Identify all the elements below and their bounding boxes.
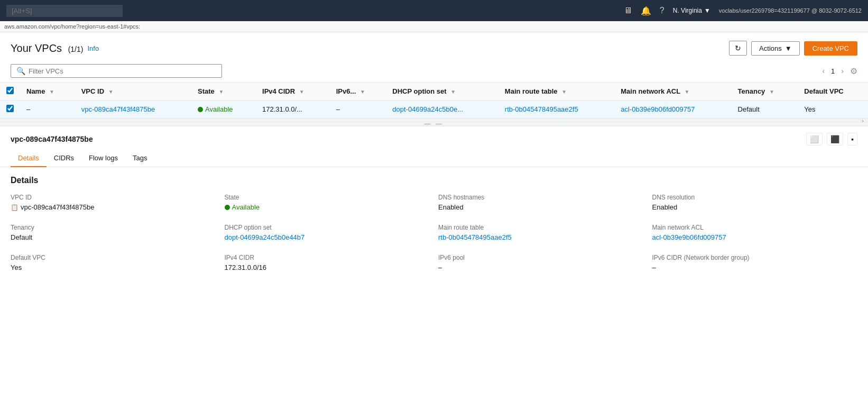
detail-field-main-acl: Main network ACL acl-0b39e9b06fd009757 xyxy=(652,224,858,241)
dns-hostnames-label: DNS hostnames xyxy=(438,194,644,201)
col-dhcp[interactable]: DHCP option set ▼ xyxy=(386,83,498,101)
row-ipv4-cidr: 172.31.0.0/... xyxy=(256,101,330,119)
dhcp-link[interactable]: dopt-04699a24c5b0e... xyxy=(392,105,463,113)
top-nav: 🖥 🔔 ? N. Virginia ▼ voclabs/user2269798=… xyxy=(0,0,868,21)
ipv6-cidr-field-value: – xyxy=(652,263,858,271)
copy-vpc-id-icon[interactable]: 📋 xyxy=(11,204,19,211)
col-main-acl-sort-icon: ▼ xyxy=(685,89,690,95)
col-default-vpc-label: Default VPC xyxy=(804,87,843,95)
main-acl-link[interactable]: acl-0b39e9b06fd009757 xyxy=(621,105,695,113)
state-field-label: State xyxy=(225,194,430,201)
details-section-title: Details xyxy=(11,176,857,185)
bell-icon[interactable]: 🔔 xyxy=(641,6,651,16)
detail-field-dhcp: DHCP option set dopt-04699a24c5b0e44b7 xyxy=(225,224,430,241)
vpc-table: Name ▼ VPC ID ▼ State ▼ IPv4 CIDR ▼ xyxy=(0,82,868,119)
main-rt-field-value[interactable]: rtb-0b045478495aae2f5 xyxy=(438,233,644,241)
refresh-button[interactable]: ↻ xyxy=(729,41,747,56)
col-main-rt[interactable]: Main route table ▼ xyxy=(498,83,614,101)
pagination-row: ‹ 1 › ⚙ xyxy=(820,66,857,76)
col-state[interactable]: State ▼ xyxy=(191,83,256,101)
row-main-acl: acl-0b39e9b06fd009757 xyxy=(614,101,731,119)
filter-vpcs-input[interactable] xyxy=(29,67,216,75)
dhcp-field-value[interactable]: dopt-04699a24c5b0e44b7 xyxy=(225,233,430,241)
main-rt-field-label: Main route table xyxy=(438,224,644,231)
state-available: Available xyxy=(198,105,250,113)
col-main-rt-sort-icon: ▼ xyxy=(561,89,567,95)
col-ipv4-cidr[interactable]: IPv4 CIDR ▼ xyxy=(256,83,330,101)
search-icon: 🔍 xyxy=(16,67,25,75)
col-state-label: State xyxy=(198,87,215,95)
monitor-icon[interactable]: 🖥 xyxy=(624,6,632,15)
detail-field-tenancy: Tenancy Default xyxy=(11,224,216,241)
detail-field-ipv6-cidr: IPv6 CIDR (Network border group) – xyxy=(652,254,858,271)
state-status-dot xyxy=(225,205,230,210)
row-checkbox[interactable] xyxy=(6,105,14,112)
detail-split-btn[interactable]: ⬛ xyxy=(827,133,843,146)
page-actions: ↻ Actions ▼ Create VPC xyxy=(729,41,857,56)
ipv4-cidr-field-value: 172.31.0.0/16 xyxy=(225,263,430,271)
default-vpc-field-value: Yes xyxy=(11,263,216,271)
ipv6-pool-field-label: IPv6 pool xyxy=(438,254,644,261)
next-page-button[interactable]: › xyxy=(839,66,846,76)
col-main-acl-label: Main network ACL xyxy=(621,87,680,95)
table-row[interactable]: – vpc-089ca47f43f4875be Available 172.31… xyxy=(0,101,868,119)
col-tenancy-sort-icon: ▼ xyxy=(769,89,774,95)
col-ipv4-cidr-label: IPv4 CIDR xyxy=(262,87,295,95)
col-tenancy[interactable]: Tenancy ▼ xyxy=(732,83,798,101)
detail-vpc-id: vpc-089ca47f43f4875be xyxy=(11,135,93,143)
col-ipv6[interactable]: IPv6... ▼ xyxy=(330,83,386,101)
default-vpc-field-label: Default VPC xyxy=(11,254,216,261)
col-tenancy-label: Tenancy xyxy=(738,87,765,95)
resize-divider[interactable]: — — xyxy=(0,122,868,126)
page-count: (1/1) xyxy=(68,45,84,53)
row-checkbox-cell xyxy=(0,101,20,119)
dhcp-field-label: DHCP option set xyxy=(225,224,430,231)
region-label: N. Virginia xyxy=(673,7,702,14)
account-label: voclabs/user2269798=4321199677 @ 8032-90… xyxy=(719,7,862,14)
top-search-input[interactable] xyxy=(6,5,123,17)
table-header-row: Name ▼ VPC ID ▼ State ▼ IPv4 CIDR ▼ xyxy=(0,83,868,101)
state-field-value: Available xyxy=(225,203,430,211)
filter-input-wrap: 🔍 xyxy=(11,64,222,78)
detail-field-dns-hostnames: DNS hostnames Enabled xyxy=(438,194,644,211)
select-all-col xyxy=(0,83,20,101)
row-ipv6: – xyxy=(330,101,386,119)
col-vpc-id[interactable]: VPC ID ▼ xyxy=(75,83,191,101)
detail-field-main-rt: Main route table rtb-0b045478495aae2f5 xyxy=(438,224,644,241)
prev-page-button[interactable]: ‹ xyxy=(820,66,827,76)
col-dhcp-label: DHCP option set xyxy=(392,87,446,95)
tab-tags[interactable]: Tags xyxy=(125,150,154,167)
detail-close-btn[interactable]: ▪ xyxy=(847,133,857,146)
info-link[interactable]: Info xyxy=(87,44,99,52)
region-selector[interactable]: N. Virginia ▼ xyxy=(673,7,710,14)
col-main-acl[interactable]: Main network ACL ▼ xyxy=(614,83,731,101)
table-settings-icon[interactable]: ⚙ xyxy=(850,66,857,76)
tab-flow-logs[interactable]: Flow logs xyxy=(81,150,125,167)
ipv4-cidr-field-label: IPv4 CIDR xyxy=(225,254,430,261)
main-rt-link[interactable]: rtb-0b045478495aae2f5 xyxy=(505,105,578,113)
vpc-id-link[interactable]: vpc-089ca47f43f4875be xyxy=(81,105,155,113)
tab-details-label: Details xyxy=(18,154,39,162)
select-all-checkbox[interactable] xyxy=(6,87,14,94)
col-name[interactable]: Name ▼ xyxy=(20,83,75,101)
ipv6-cidr-field-label: IPv6 CIDR (Network border group) xyxy=(652,254,858,261)
main-acl-field-value[interactable]: acl-0b39e9b06fd009757 xyxy=(652,233,858,241)
help-icon[interactable]: ? xyxy=(660,6,664,15)
actions-chevron-icon: ▼ xyxy=(785,44,792,52)
tab-cidrs[interactable]: CIDRs xyxy=(47,150,81,167)
create-vpc-button[interactable]: Create VPC xyxy=(804,41,857,56)
row-tenancy: Default xyxy=(732,101,798,119)
detail-expand-btn[interactable]: ⬜ xyxy=(806,133,823,146)
tab-details[interactable]: Details xyxy=(11,150,47,167)
row-state: Available xyxy=(191,101,256,119)
top-nav-left xyxy=(6,5,123,17)
col-default-vpc[interactable]: Default VPC xyxy=(798,83,868,101)
col-ipv4-cidr-sort-icon: ▼ xyxy=(299,89,304,95)
vpc-id-field-value: 📋vpc-089ca47f43f4875be xyxy=(11,203,216,211)
actions-button[interactable]: Actions ▼ xyxy=(751,41,800,56)
col-ipv6-sort-icon: ▼ xyxy=(360,89,365,95)
tab-flow-logs-label: Flow logs xyxy=(89,154,118,162)
row-vpc-id: vpc-089ca47f43f4875be xyxy=(75,101,191,119)
dns-resolution-value: Enabled xyxy=(652,203,858,211)
tenancy-field-label: Tenancy xyxy=(11,224,216,231)
